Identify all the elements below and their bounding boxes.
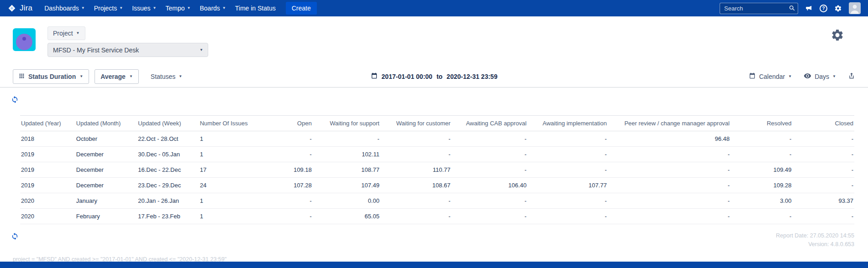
create-button[interactable]: Create <box>286 2 317 15</box>
announcement-icon[interactable] <box>805 5 813 12</box>
navbar-right-cluster: ? <box>720 2 861 14</box>
aggregation-button[interactable]: Average ▼ <box>95 69 139 84</box>
nav-item-boards[interactable]: Boards▼ <box>195 0 230 16</box>
nav-label: Issues <box>132 5 150 12</box>
table-cell: 108.77 <box>313 162 380 178</box>
scope-selector[interactable]: Project ▼ <box>47 26 85 40</box>
column-header: Updated (Week) <box>137 116 199 131</box>
column-header: Number Of Issues <box>199 116 260 131</box>
table-cell: 2020 <box>20 209 75 224</box>
calendar-icon <box>371 72 378 81</box>
table-cell: 1 <box>199 131 260 147</box>
project-header: Project ▼ MFSD - My First Service Desk ▼ <box>0 16 868 66</box>
table-cell: January <box>75 193 137 209</box>
nav-item-issues[interactable]: Issues▼ <box>127 0 161 16</box>
chevron-down-icon: ▼ <box>119 6 123 10</box>
table-cell: - <box>792 209 854 224</box>
table-body: 2018October22.Oct - 28.Oct1-----96.48--2… <box>20 131 854 224</box>
table-cell: - <box>731 131 792 147</box>
table-header-row: Updated (Year)Updated (Month)Updated (We… <box>20 116 854 131</box>
chevron-down-icon: ▼ <box>832 75 836 78</box>
table-cell: - <box>608 162 731 178</box>
report-toolbar: Status Duration ▼ Average ▼ Statuses ▼ 2… <box>0 66 868 88</box>
table-row: 2020January20.Jan - 26.Jan1-0.00----3.00… <box>20 193 854 209</box>
table-cell: 96.48 <box>608 131 731 147</box>
date-range[interactable]: 2017-01-01 00:00 to 2020-12-31 23:59 <box>371 72 498 81</box>
aggregation-label: Average <box>100 73 126 80</box>
table-cell: December <box>75 178 137 193</box>
table-cell: 107.28 <box>260 178 312 193</box>
table-cell: 109.49 <box>731 162 792 178</box>
table-cell: - <box>731 147 792 162</box>
table-cell: 1 <box>199 193 260 209</box>
table-cell: 65.05 <box>313 209 380 224</box>
nav-item-tempo[interactable]: Tempo▼ <box>161 0 195 16</box>
table-cell: 2018 <box>20 131 75 147</box>
report-type-button[interactable]: Status Duration ▼ <box>13 69 89 84</box>
project-avatar <box>13 28 36 51</box>
date-to-word: to <box>437 73 442 80</box>
table-cell: - <box>260 147 312 162</box>
table-cell: - <box>792 131 854 147</box>
export-button[interactable] <box>848 72 855 81</box>
table-row: 2020February17.Feb - 23.Feb1-65.05------ <box>20 209 854 224</box>
table-cell: - <box>260 209 312 224</box>
refresh-icon[interactable] <box>11 232 19 240</box>
calendar-mode-dropdown[interactable]: Calendar ▼ <box>749 72 792 81</box>
jira-logo-icon <box>7 4 16 13</box>
nav-label: Dashboards <box>44 5 79 12</box>
table-row: 2019December23.Dec - 29.Dec24107.28107.4… <box>20 178 854 193</box>
chevron-down-icon: ▼ <box>81 6 85 10</box>
nav-item-time-in-status[interactable]: Time in Status <box>231 0 280 16</box>
table-cell: 2020 <box>20 193 75 209</box>
table-cell: - <box>792 162 854 178</box>
column-header: Updated (Year) <box>20 116 75 131</box>
table-cell: - <box>527 131 608 147</box>
table-cell: 22.Oct - 28.Oct <box>137 131 199 147</box>
project-avatar-eye <box>22 37 26 41</box>
scope-label: Project <box>53 30 73 37</box>
table-cell: 107.77 <box>527 178 608 193</box>
eye-icon <box>804 72 811 81</box>
table-cell: - <box>792 178 854 193</box>
date-from: 2017-01-01 00:00 <box>382 73 432 80</box>
column-header: Waiting for support <box>313 116 380 131</box>
table-cell: 17 <box>199 162 260 178</box>
help-icon[interactable]: ? <box>820 5 827 12</box>
table-cell: - <box>380 147 452 162</box>
column-header: Awaiting CAB approval <box>452 116 528 131</box>
chevron-down-icon: ▼ <box>76 31 80 35</box>
chevron-down-icon: ▼ <box>187 6 191 10</box>
search-icon[interactable] <box>789 5 795 13</box>
nav-item-projects[interactable]: Projects▼ <box>89 0 128 16</box>
chevron-down-icon: ▼ <box>153 6 157 10</box>
table-cell: - <box>452 131 528 147</box>
column-header: Resolved <box>731 116 792 131</box>
table-cell: - <box>452 162 528 178</box>
jira-time-in-status-page: Jira Dashboards▼ Projects▼ Issues▼ Tempo… <box>0 0 868 268</box>
refresh-icon[interactable] <box>11 96 19 103</box>
table-cell: 0.00 <box>313 193 380 209</box>
table-row: 2019December16.Dec - 22.Dec17109.18108.7… <box>20 162 854 178</box>
table-cell: December <box>75 147 137 162</box>
chevron-down-icon: ▼ <box>179 75 182 78</box>
nav-item-dashboards[interactable]: Dashboards▼ <box>40 0 89 16</box>
statuses-dropdown[interactable]: Statuses ▼ <box>151 73 182 80</box>
table-cell: 2019 <box>20 178 75 193</box>
project-select[interactable]: MFSD - My First Service Desk ▼ <box>47 43 208 57</box>
search-input[interactable] <box>720 3 798 14</box>
table-row: 2018October22.Oct - 28.Oct1-----96.48-- <box>20 131 854 147</box>
unit-dropdown[interactable]: Days ▼ <box>804 72 836 81</box>
table-cell: 30.Dec - 05.Jan <box>137 147 199 162</box>
table-cell: - <box>527 209 608 224</box>
table-cell: 1 <box>199 209 260 224</box>
settings-gear-icon[interactable] <box>834 5 842 12</box>
chevron-down-icon: ▼ <box>79 75 83 78</box>
table-cell: 93.37 <box>792 193 854 209</box>
report-settings-gear-icon[interactable] <box>831 28 844 44</box>
jira-brand[interactable]: Jira <box>7 4 32 13</box>
table-cell: - <box>527 193 608 209</box>
user-avatar[interactable] <box>849 2 861 14</box>
table-cell: - <box>260 131 312 147</box>
statuses-label: Statuses <box>151 73 175 80</box>
